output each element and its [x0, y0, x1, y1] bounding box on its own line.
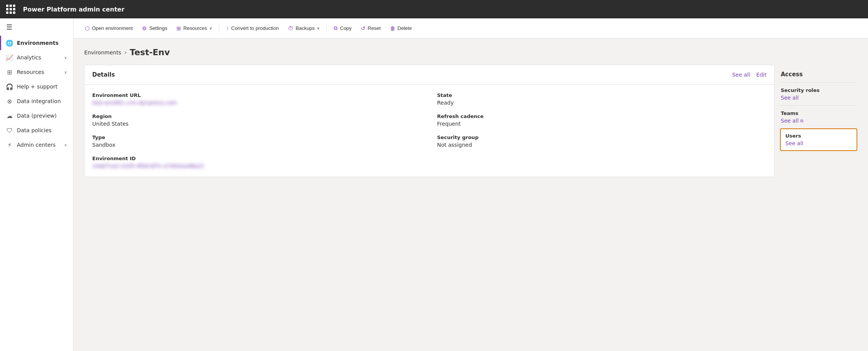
main-layout: ☰ 🌐 Environments 📈 Analytics ∨ ⊞ Resourc…: [0, 18, 868, 351]
field-region: Region United States: [92, 113, 422, 127]
sidebar-item-data-preview[interactable]: ☁ Data (preview): [0, 108, 73, 123]
teams-see-all-link[interactable]: See all ⧉: [781, 118, 857, 124]
data-integration-icon: ⊗: [6, 98, 13, 105]
backups-label: Backups: [295, 25, 315, 31]
resources-label: Resources: [183, 25, 207, 31]
refresh-cadence-value: Frequent: [437, 121, 767, 127]
region-label: Region: [92, 113, 422, 119]
top-bar: Power Platform admin center: [0, 0, 868, 18]
resources-button[interactable]: ⊞ Resources ∨: [173, 23, 216, 34]
resources-toolbar-icon: ⊞: [176, 25, 181, 31]
details-card-title: Details: [92, 71, 115, 78]
reset-button[interactable]: ↺ Reset: [357, 23, 385, 34]
users-see-all-link[interactable]: See all: [785, 140, 852, 146]
sidebar-item-resources[interactable]: ⊞ Resources ∨: [0, 65, 73, 79]
sidebar-help-support-label: Help + support: [17, 84, 67, 90]
resources-chevron-icon: ∨: [64, 70, 67, 74]
sidebar-item-environments[interactable]: 🌐 Environments: [0, 36, 73, 50]
sidebar-item-admin-centers[interactable]: ⚡ Admin centers ∨: [0, 138, 73, 152]
sidebar-admin-centers-label: Admin centers: [17, 142, 60, 148]
field-env-url: Environment URL test-env001.crm.dynamics…: [92, 92, 422, 106]
settings-icon: ⚙: [142, 25, 147, 31]
admin-centers-chevron-icon: ∨: [64, 143, 67, 147]
open-environment-label: Open environment: [92, 25, 133, 31]
delete-icon: 🗑: [390, 25, 395, 31]
page-content: Environments › Test-Env Details See all …: [73, 38, 868, 351]
field-security-group: Security group Not assigned: [437, 134, 767, 148]
state-label: State: [437, 92, 767, 98]
env-url-label: Environment URL: [92, 92, 422, 98]
details-see-all-link[interactable]: See all: [732, 72, 750, 78]
help-support-icon: 🎧: [6, 83, 13, 90]
security-roles-title: Security roles: [781, 87, 857, 93]
users-title: Users: [785, 133, 852, 139]
backups-button[interactable]: ⏱ Backups ∨: [284, 23, 323, 34]
field-refresh-cadence: Refresh cadence Frequent: [437, 113, 767, 127]
sidebar-item-analytics[interactable]: 📈 Analytics ∨: [0, 50, 73, 65]
type-label: Type: [92, 134, 422, 140]
sidebar-item-data-policies[interactable]: 🛡 Data policies: [0, 123, 73, 138]
copy-button[interactable]: ⧉ Copy: [330, 23, 355, 34]
env-id-value: 14ab7ce2-2105-4f0d-bf7c-e7d42ea48e21: [92, 163, 422, 169]
sidebar-data-preview-label: Data (preview): [17, 113, 67, 119]
users-section: Users See all: [780, 128, 857, 151]
field-type: Type Sandbox: [92, 134, 422, 148]
teams-title: Teams: [781, 110, 857, 116]
content-area: ⬡ Open environment ⚙ Settings ⊞ Resource…: [73, 18, 868, 351]
region-value: United States: [92, 121, 422, 127]
sidebar-analytics-label: Analytics: [17, 54, 60, 61]
sidebar-data-policies-label: Data policies: [17, 127, 67, 133]
breadcrumb-separator: ›: [124, 49, 127, 56]
app-title: Power Platform admin center: [23, 6, 124, 13]
type-value: Sandbox: [92, 142, 422, 148]
refresh-cadence-label: Refresh cadence: [437, 113, 767, 119]
environments-icon: 🌐: [6, 39, 13, 46]
access-panel-title: Access: [781, 65, 857, 82]
toolbar: ⬡ Open environment ⚙ Settings ⊞ Resource…: [73, 18, 868, 38]
sidebar-data-integration-label: Data integration: [17, 98, 67, 104]
field-env-id: Environment ID 14ab7ce2-2105-4f0d-bf7c-e…: [92, 156, 422, 169]
details-card-header: Details See all Edit: [85, 65, 774, 85]
state-value: Ready: [437, 100, 767, 106]
hamburger-button[interactable]: ☰: [0, 18, 73, 36]
breadcrumb: Environments › Test-Env: [84, 48, 857, 57]
field-state: State Ready: [437, 92, 767, 106]
breadcrumb-current: Test-Env: [130, 48, 170, 57]
sidebar-resources-label: Resources: [17, 69, 60, 75]
resources-dropdown-icon: ∨: [209, 26, 212, 30]
toolbar-separator-1: [219, 25, 219, 32]
backups-dropdown-icon: ∨: [317, 26, 320, 30]
env-url-value[interactable]: test-env001.crm.dynamics.com: [92, 100, 422, 106]
backups-icon: ⏱: [288, 25, 293, 31]
copy-icon: ⧉: [334, 25, 338, 31]
sidebar-item-data-integration[interactable]: ⊗ Data integration: [0, 94, 73, 108]
details-card-actions: See all Edit: [732, 72, 767, 78]
details-edit-link[interactable]: Edit: [756, 72, 767, 78]
two-column-layout: Details See all Edit Environment URL tes…: [84, 65, 857, 342]
admin-centers-icon: ⚡: [6, 141, 13, 148]
details-card: Details See all Edit Environment URL tes…: [84, 65, 775, 177]
teams-section: Teams See all ⧉: [781, 105, 857, 128]
convert-to-production-button[interactable]: ↑ Convert to production: [222, 23, 282, 34]
convert-label: Convert to production: [231, 25, 279, 31]
analytics-icon: 📈: [6, 54, 13, 61]
security-roles-see-all-link[interactable]: See all: [781, 95, 857, 101]
breadcrumb-environments-link[interactable]: Environments: [84, 49, 121, 56]
resources-icon: ⊞: [6, 69, 13, 75]
open-environment-button[interactable]: ⬡ Open environment: [81, 23, 137, 34]
sidebar-environments-label: Environments: [17, 40, 67, 46]
delete-button[interactable]: 🗑 Delete: [386, 23, 416, 34]
copy-label: Copy: [340, 25, 351, 31]
app-grid-icon: Power Platform admin center: [6, 5, 124, 14]
delete-label: Delete: [398, 25, 412, 31]
settings-button[interactable]: ⚙ Settings: [138, 23, 171, 34]
waffle-icon[interactable]: [6, 5, 15, 14]
data-policies-icon: 🛡: [6, 127, 13, 134]
reset-icon: ↺: [361, 25, 365, 31]
security-roles-section: Security roles See all: [781, 82, 857, 105]
toolbar-separator-2: [326, 25, 327, 32]
settings-label: Settings: [149, 25, 167, 31]
sidebar-item-help-support[interactable]: 🎧 Help + support: [0, 79, 73, 94]
data-preview-icon: ☁: [6, 112, 13, 119]
access-panel: Access Security roles See all Teams See …: [781, 65, 857, 151]
